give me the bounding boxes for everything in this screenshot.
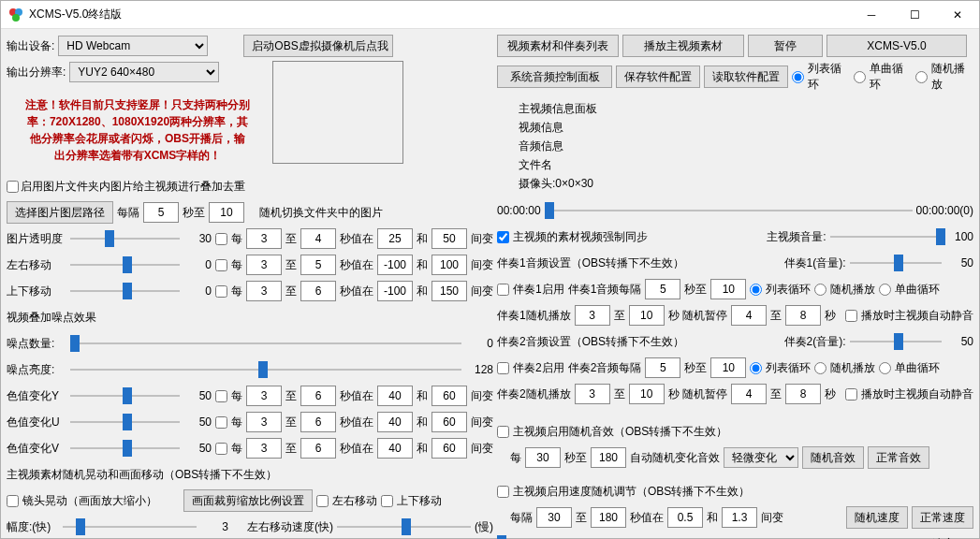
lr-c[interactable]: [377, 255, 413, 275]
a2p-b[interactable]: [785, 384, 821, 404]
a2r-a[interactable]: [575, 384, 610, 404]
audio-panel-button[interactable]: 系统音频控制面板: [497, 66, 612, 88]
load-cfg-button[interactable]: 读取软件配置: [704, 66, 788, 88]
hy-a[interactable]: [246, 386, 282, 406]
auto-mute1-chk[interactable]: [845, 310, 857, 322]
ud-chk[interactable]: [215, 285, 227, 298]
a1r-b[interactable]: [629, 305, 665, 326]
sfx-b[interactable]: [591, 447, 626, 468]
a2-single-radio[interactable]: [879, 362, 891, 374]
sfx-a[interactable]: [525, 447, 561, 468]
brand-button[interactable]: XCMS-V5.0: [826, 35, 967, 57]
hueY-slider[interactable]: [70, 387, 180, 404]
output-res-select[interactable]: YUY2 640×480: [69, 62, 219, 82]
list-loop-radio[interactable]: [792, 71, 804, 83]
min-button[interactable]: ─: [850, 1, 893, 29]
op-b[interactable]: [300, 228, 336, 249]
lr-chk[interactable]: [215, 259, 227, 271]
normal-sfx-button[interactable]: 正常音效: [868, 446, 929, 469]
accomp2-on-chk[interactable]: [497, 362, 509, 374]
random-play-radio[interactable]: [915, 71, 928, 83]
opacity-slider[interactable]: [70, 230, 180, 247]
hu-chk[interactable]: [215, 416, 227, 429]
hu-a[interactable]: [246, 412, 282, 432]
lr-slider[interactable]: [70, 256, 180, 273]
a1p-a[interactable]: [731, 305, 767, 326]
accomp1-vol-slider[interactable]: [850, 255, 943, 271]
progress-slider[interactable]: [545, 202, 913, 219]
ud-a[interactable]: [246, 281, 282, 301]
hv-c[interactable]: [377, 438, 413, 459]
lr-b[interactable]: [300, 255, 336, 275]
a2-list-radio[interactable]: [750, 362, 762, 374]
sfx-mode-select[interactable]: 轻微变化: [724, 447, 798, 468]
a1-b[interactable]: [710, 279, 746, 299]
main-vol-slider[interactable]: [830, 228, 942, 245]
a2r-b[interactable]: [629, 384, 665, 404]
hv-chk[interactable]: [215, 443, 227, 455]
a2-b[interactable]: [710, 357, 746, 378]
rand-speed-button[interactable]: 随机速度: [846, 506, 908, 529]
a2-rand-radio[interactable]: [814, 362, 826, 374]
spd-c[interactable]: [667, 507, 703, 528]
spd-a[interactable]: [536, 507, 572, 528]
hy-d[interactable]: [431, 386, 467, 406]
hv-b[interactable]: [300, 438, 336, 459]
op-chk[interactable]: [215, 233, 227, 245]
a2p-a[interactable]: [731, 384, 767, 404]
spd-d[interactable]: [722, 507, 757, 528]
close-button[interactable]: ✕: [936, 1, 979, 29]
hueU-slider[interactable]: [70, 414, 180, 430]
ud-c[interactable]: [377, 281, 413, 301]
play-main-button[interactable]: 播放主视频素材: [622, 35, 744, 57]
pause-button[interactable]: 暂停: [748, 35, 823, 57]
hy-chk[interactable]: [215, 390, 227, 402]
spd-b[interactable]: [591, 507, 626, 528]
op-a[interactable]: [246, 228, 282, 249]
lr-a[interactable]: [246, 255, 282, 275]
lr-move-chk[interactable]: [316, 495, 329, 507]
hv-a[interactable]: [246, 438, 282, 459]
a2-a[interactable]: [645, 357, 680, 378]
a1-rand-radio[interactable]: [814, 284, 826, 296]
a1-a[interactable]: [645, 279, 680, 299]
force-sync-chk[interactable]: [497, 231, 509, 243]
hy-c[interactable]: [377, 386, 413, 406]
hv-d[interactable]: [431, 438, 467, 459]
rand-sfx-button[interactable]: 随机音效: [802, 446, 864, 469]
obs-button[interactable]: 启动OBS虚拟摄像机后点我: [243, 35, 393, 57]
layer-path-button[interactable]: 选择图片图层路径: [7, 201, 113, 224]
material-list-button[interactable]: 视频素材和伴奏列表: [497, 35, 619, 57]
ud-b[interactable]: [300, 281, 336, 301]
noise-bright-slider[interactable]: [70, 361, 461, 378]
layer-a-input[interactable]: [143, 202, 179, 223]
accomp2-vol-slider[interactable]: [850, 333, 943, 350]
max-button[interactable]: ☐: [893, 1, 936, 29]
lr-speed-slider[interactable]: [337, 518, 471, 535]
rand-sfx-chk[interactable]: [497, 426, 509, 438]
single-loop-radio[interactable]: [854, 71, 866, 83]
crop-scale-button[interactable]: 画面裁剪缩放比例设置: [183, 489, 313, 512]
ud-slider[interactable]: [70, 283, 180, 299]
hu-b[interactable]: [300, 412, 336, 432]
ud-d[interactable]: [431, 281, 467, 301]
amp-slider[interactable]: [63, 518, 197, 535]
hueV-slider[interactable]: [70, 440, 180, 457]
op-c[interactable]: [377, 228, 413, 249]
noise-count-slider[interactable]: [70, 335, 461, 352]
save-cfg-button[interactable]: 保存软件配置: [616, 66, 700, 88]
overlay-img-check[interactable]: [7, 181, 19, 193]
lr-d[interactable]: [431, 255, 467, 275]
op-d[interactable]: [431, 228, 467, 249]
auto-mute2-chk[interactable]: [845, 388, 857, 401]
accomp1-on-chk[interactable]: [497, 284, 509, 296]
hy-b[interactable]: [300, 386, 336, 406]
layer-b-input[interactable]: [209, 202, 244, 223]
rand-speed-chk[interactable]: [497, 486, 509, 498]
a1p-b[interactable]: [785, 305, 821, 326]
output-device-select[interactable]: HD Webcam: [58, 36, 208, 56]
a1r-a[interactable]: [575, 305, 610, 326]
a1-single-radio[interactable]: [879, 284, 891, 296]
ud-move-chk[interactable]: [381, 495, 393, 507]
rate-slider[interactable]: [497, 535, 929, 539]
